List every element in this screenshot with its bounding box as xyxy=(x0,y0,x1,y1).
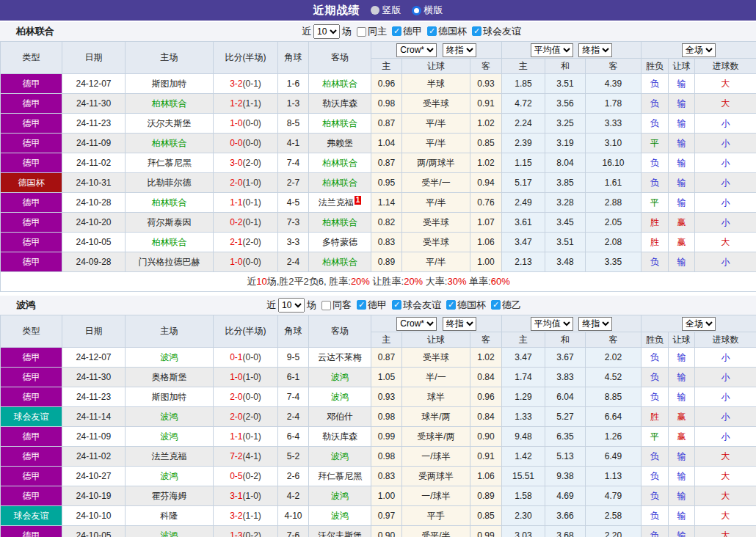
col-result: 胜负 xyxy=(641,332,669,348)
home-team-name[interactable]: 奥格斯堡 xyxy=(152,372,187,382)
away-team-name[interactable]: 波鸿 xyxy=(331,451,349,461)
scope-select[interactable]: 全场 xyxy=(682,317,716,331)
odds-final-select[interactable]: 终指 xyxy=(443,317,476,331)
away-team-name[interactable]: 柏林联合 xyxy=(322,158,357,168)
home-team-name[interactable]: 沃尔夫斯堡 xyxy=(148,118,192,128)
avg-draw-cell: 3.51 xyxy=(545,233,586,252)
home-team-name[interactable]: 拜仁慕尼黑 xyxy=(148,158,192,168)
vertical-layout-label[interactable]: 竖版 xyxy=(382,4,401,17)
away-team-name[interactable]: 勒沃库森 xyxy=(322,98,357,109)
away-team-name[interactable]: 柏林联合 xyxy=(322,257,357,267)
goals-result-cell: 小 xyxy=(695,427,756,447)
away-team-name[interactable]: 拜仁慕尼黑 xyxy=(318,471,362,481)
fulltime-score: 3-1 xyxy=(230,491,242,501)
col-avg-away: 客 xyxy=(586,59,641,74)
league-checkbox[interactable] xyxy=(472,26,481,36)
handicap-cell: 受半/一 xyxy=(402,173,470,193)
league-type-cell: 德甲 xyxy=(1,368,62,387)
date-cell: 24-12-07 xyxy=(62,74,126,94)
match-count-select[interactable]: 10 xyxy=(278,298,305,313)
home-team-name[interactable]: 波鸿 xyxy=(161,412,178,422)
league-checkbox[interactable] xyxy=(446,300,456,310)
away-team-name[interactable]: 勒沃库森 xyxy=(322,431,357,442)
result-cell: 胜 xyxy=(641,407,669,427)
league-checkbox[interactable] xyxy=(427,26,437,36)
goals-result-cell: 小 xyxy=(695,348,756,368)
col-date: 日期 xyxy=(62,315,126,348)
halftime-score: (1-1) xyxy=(243,511,261,521)
away-team-name[interactable]: 多特蒙德 xyxy=(322,237,357,247)
avg-away-cell: 2.05 xyxy=(586,213,641,233)
league-checkbox[interactable] xyxy=(392,26,401,36)
league-checkbox[interactable] xyxy=(392,300,401,310)
odds-away-cell: 1.00 xyxy=(470,252,502,272)
odds-source-select[interactable]: Crow* xyxy=(396,317,437,331)
col-score: 比分(半场) xyxy=(214,315,278,348)
home-team-name[interactable]: 比勒菲尔德 xyxy=(148,178,192,188)
avg-draw-cell: 3.83 xyxy=(545,368,586,387)
avg-draw-cell: 4.69 xyxy=(545,486,586,506)
away-team-name[interactable]: 柏林联合 xyxy=(322,118,357,128)
home-team-name[interactable]: 科隆 xyxy=(161,511,178,521)
avg-home-cell: 1.42 xyxy=(502,447,545,467)
home-team-name[interactable]: 斯图加特 xyxy=(152,78,187,89)
goals-result-cell: 小 xyxy=(695,153,756,173)
score-cell: 3-2(1-1) xyxy=(214,506,278,526)
home-team-name[interactable]: 斯图加特 xyxy=(152,392,187,402)
date-cell: 24-10-28 xyxy=(62,193,126,213)
summary-text: 20% xyxy=(351,276,370,287)
avg-final-select[interactable]: 终指 xyxy=(578,317,612,331)
fulltime-score: 1-1 xyxy=(230,431,242,442)
away-team-name[interactable]: 法兰克福 xyxy=(319,197,354,208)
result-cell: 平 xyxy=(641,193,669,213)
match-row: 德甲24-11-02法兰克福7-2(4-1)5-2波鸿0.98一/球半0.911… xyxy=(1,447,756,467)
league-checkbox[interactable] xyxy=(357,300,366,310)
avg-source-select[interactable]: 平均值 xyxy=(531,317,573,331)
home-team-name[interactable]: 波鸿 xyxy=(161,471,178,481)
away-team-name[interactable]: 柏林联合 xyxy=(322,217,357,227)
away-team-name[interactable]: 波鸿 xyxy=(331,372,349,382)
home-team-name[interactable]: 波鸿 xyxy=(161,352,178,362)
away-team-name[interactable]: 云达不莱梅 xyxy=(318,352,362,362)
home-team-name[interactable]: 霍芬海姆 xyxy=(152,491,187,501)
league-checkbox[interactable] xyxy=(491,300,501,310)
away-team-name[interactable]: 弗赖堡 xyxy=(327,138,353,148)
away-team-name[interactable]: 波鸿 xyxy=(331,392,349,402)
away-team-name[interactable]: 柏林联合 xyxy=(322,178,357,188)
away-team-name[interactable]: 波鸿 xyxy=(331,491,349,501)
home-team-name[interactable]: 柏林联合 xyxy=(152,237,187,247)
col-odds-home: 主 xyxy=(371,59,402,74)
away-team-name[interactable]: 邓伯什 xyxy=(327,412,353,422)
away-team-name[interactable]: 波鸿 xyxy=(331,511,349,521)
home-team-name[interactable]: 门兴格拉德巴赫 xyxy=(139,257,200,267)
same-venue-checkbox[interactable] xyxy=(321,301,331,310)
home-team-name[interactable]: 波鸿 xyxy=(161,530,178,537)
avg-home-cell: 5.17 xyxy=(502,173,545,193)
horizontal-layout-radio[interactable] xyxy=(412,6,421,15)
home-team-name[interactable]: 波鸿 xyxy=(161,431,178,442)
scope-select[interactable]: 全场 xyxy=(682,43,716,57)
home-team-name[interactable]: 柏林联合 xyxy=(152,197,187,208)
home-team-name[interactable]: 荷尔斯泰因 xyxy=(148,217,192,227)
result-cell: 负 xyxy=(641,486,669,506)
odds-source-select[interactable]: Crow* xyxy=(396,43,437,57)
home-team-name[interactable]: 柏林联合 xyxy=(152,98,187,109)
match-count-select[interactable]: 10 xyxy=(313,24,340,39)
col-away: 客场 xyxy=(309,42,371,74)
vertical-layout-radio[interactable] xyxy=(371,6,379,15)
away-team-name[interactable]: 沃尔夫斯堡 xyxy=(318,530,362,537)
home-team-name[interactable]: 法兰克福 xyxy=(152,451,187,461)
avg-final-select[interactable]: 终指 xyxy=(578,43,612,57)
home-team-name[interactable]: 柏林联合 xyxy=(152,138,187,148)
same-venue-checkbox[interactable] xyxy=(357,27,366,37)
handicap-cell: 受平/半 xyxy=(402,526,470,537)
result-cell: 平 xyxy=(641,134,669,153)
horizontal-layout-label[interactable]: 横版 xyxy=(424,4,443,17)
date-cell: 24-11-30 xyxy=(62,94,126,114)
odds-final-select[interactable]: 终指 xyxy=(443,43,476,57)
odds-home-cell: 0.98 xyxy=(371,407,402,427)
col-date: 日期 xyxy=(62,42,126,74)
avg-source-select[interactable]: 平均值 xyxy=(531,43,573,57)
halftime-score: (0-0) xyxy=(243,257,261,267)
away-team-name[interactable]: 柏林联合 xyxy=(322,78,357,89)
